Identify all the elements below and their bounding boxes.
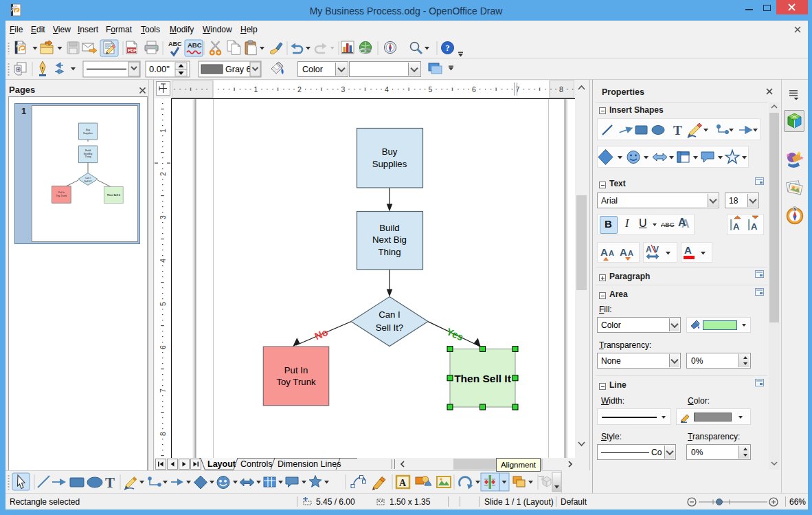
svg-text:N: N	[793, 207, 796, 211]
svg-text:ABC: ABC	[188, 41, 202, 49]
svg-text:6: 6	[159, 345, 167, 349]
svg-text:Thing: Thing	[85, 155, 91, 158]
svg-text:7: 7	[159, 388, 167, 393]
svg-text:A: A	[646, 245, 652, 254]
svg-text:1: 1	[159, 129, 167, 133]
svg-text:Toy Trunk: Toy Trunk	[56, 195, 67, 197]
svg-text:A: A	[620, 246, 627, 258]
svg-text:3: 3	[159, 215, 167, 219]
svg-text:Can I: Can I	[379, 309, 401, 320]
svg-text:Dimension Lines: Dimension Lines	[278, 459, 341, 469]
svg-text:Controls: Controls	[240, 459, 273, 469]
svg-text:Buy: Buy	[382, 146, 398, 157]
svg-text:Thing: Thing	[379, 247, 401, 257]
svg-text:5: 5	[429, 85, 433, 94]
svg-text:Build: Build	[85, 149, 91, 152]
svg-text:0.00": 0.00"	[149, 64, 170, 74]
svg-text:A: A	[609, 249, 614, 257]
svg-text:Toy Trunk: Toy Trunk	[276, 377, 316, 387]
svg-text:T: T	[105, 474, 115, 491]
svg-text:No: No	[313, 327, 330, 342]
svg-text:A: A	[600, 246, 608, 258]
svg-text:2: 2	[297, 85, 302, 94]
svg-text:Can I: Can I	[85, 177, 91, 179]
svg-text:Supplies: Supplies	[83, 132, 93, 135]
svg-text:8: 8	[159, 432, 167, 436]
svg-text:Supplies: Supplies	[372, 159, 407, 169]
svg-text:A: A	[628, 249, 633, 257]
svg-text:Buy: Buy	[86, 129, 90, 131]
svg-text:2: 2	[159, 172, 167, 176]
svg-text:T: T	[673, 123, 682, 138]
svg-text:4: 4	[159, 259, 167, 263]
svg-text:ABC: ABC	[168, 41, 182, 47]
svg-text:Then Sell It: Then Sell It	[454, 373, 511, 384]
svg-text:PDF: PDF	[128, 48, 137, 53]
svg-text:6: 6	[472, 85, 476, 94]
svg-text:Sell It?: Sell It?	[84, 180, 92, 183]
svg-text:Put In: Put In	[284, 365, 308, 375]
svg-text:NextBig: NextBig	[84, 153, 93, 155]
svg-text:Then Sell It: Then Sell It	[107, 194, 121, 197]
svg-text:A: A	[684, 244, 692, 256]
svg-text:1: 1	[254, 85, 258, 94]
svg-text:5: 5	[159, 302, 167, 306]
svg-text:Sell It?: Sell It?	[376, 322, 403, 333]
svg-text:Layout: Layout	[207, 459, 236, 469]
svg-text:Put In: Put In	[58, 191, 65, 194]
svg-text:A: A	[733, 221, 740, 232]
svg-text:Gray 6: Gray 6	[225, 65, 251, 74]
svg-text:A: A	[399, 478, 407, 488]
svg-text:Yes: Yes	[445, 326, 465, 342]
svg-text:A: A	[751, 221, 758, 232]
svg-text:Next Big: Next Big	[372, 234, 407, 245]
svg-text:?: ?	[445, 43, 450, 53]
svg-text:8: 8	[559, 85, 563, 94]
svg-text:Build: Build	[379, 223, 399, 233]
svg-text:7: 7	[516, 85, 520, 94]
svg-text:4: 4	[385, 85, 389, 94]
svg-text:3: 3	[341, 85, 346, 94]
